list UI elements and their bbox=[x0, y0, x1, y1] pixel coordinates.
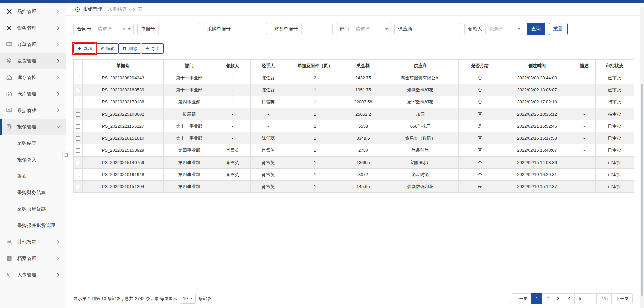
toolbar: 新增编辑删除导出 bbox=[73, 43, 644, 54]
toolbar-button-1[interactable]: 编辑 bbox=[96, 43, 119, 54]
filter-input-3[interactable] bbox=[304, 23, 330, 35]
sidebar-item-2[interactable]: 订单管理 bbox=[0, 36, 66, 53]
select-placeholder: 请选择 bbox=[488, 26, 516, 32]
clear-icon[interactable]: × bbox=[122, 27, 126, 32]
toolbar-button-label: 删除 bbox=[128, 46, 137, 52]
sidebar-item-3[interactable]: 发货管理 bbox=[0, 53, 66, 69]
sidebar-item-9[interactable]: 档案管理 bbox=[0, 250, 66, 267]
chevron-up-icon bbox=[190, 298, 193, 299]
sidebar-item-label: 其他报销 bbox=[17, 239, 36, 245]
table-cell: 否 bbox=[459, 157, 501, 169]
trash-icon bbox=[122, 46, 127, 51]
table-cell: - bbox=[573, 120, 596, 132]
table-cell: 已审批 bbox=[596, 157, 634, 169]
filter-select-6[interactable]: 请选择 bbox=[485, 23, 523, 35]
table-cell: 否 bbox=[459, 144, 501, 157]
sidebar-collapse-toggle[interactable] bbox=[62, 151, 70, 160]
sidebar-subitem-7-4[interactable]: 采购报销疑惑 bbox=[0, 201, 66, 217]
table-row[interactable]: PS_20220210161948第四事业部肖雪英肖雪英13072尚品时尚否20… bbox=[74, 169, 634, 181]
sidebar-item-5[interactable]: 仓库管理 bbox=[0, 86, 66, 102]
sidebar-item-0[interactable]: 品控管理 bbox=[0, 3, 66, 20]
filter-input-5[interactable] bbox=[419, 23, 458, 35]
row-checkbox[interactable] bbox=[76, 148, 80, 153]
gear-icon bbox=[6, 58, 12, 64]
table-cell: PS_20220210161948 bbox=[83, 169, 164, 181]
window-scrollbar[interactable] bbox=[640, 7, 644, 308]
row-checkbox[interactable] bbox=[76, 88, 80, 92]
column-header: 总金额 bbox=[344, 60, 382, 72]
page-size-value: 10 bbox=[183, 296, 188, 301]
page-button-3[interactable]: 3 bbox=[553, 293, 564, 304]
export-icon bbox=[145, 46, 149, 51]
warehouse-icon bbox=[6, 74, 12, 81]
search-button[interactable]: 查询 bbox=[527, 23, 545, 35]
breadcrumb-item-1[interactable]: 采购结算 bbox=[108, 6, 127, 12]
table-cell: - bbox=[573, 72, 596, 84]
select-all-checkbox[interactable] bbox=[76, 64, 80, 68]
table-cell: 145.65 bbox=[344, 181, 382, 193]
chevron-down-icon bbox=[518, 28, 520, 30]
sidebar-item-8[interactable]: 其他报销 bbox=[0, 234, 66, 250]
chevron-right-icon bbox=[56, 256, 60, 261]
filter-input-2[interactable] bbox=[237, 23, 264, 35]
table-cell: PS_20220302170138 bbox=[83, 96, 164, 108]
page-button-5[interactable]: 5 bbox=[574, 293, 585, 304]
filter-select-4[interactable]: 请选择 bbox=[353, 23, 391, 35]
sidebar-subitem-7-0[interactable]: 采购结算 bbox=[0, 135, 66, 151]
page-button-4[interactable]: 4 bbox=[564, 293, 575, 304]
table-cell: 2022/02/25 10:36:12 bbox=[501, 108, 573, 120]
table-cell: 2730 bbox=[344, 144, 382, 157]
page-button-1[interactable]: 1 bbox=[531, 293, 542, 304]
sidebar-item-7[interactable]: 报销管理 bbox=[0, 119, 66, 135]
breadcrumb-item-0[interactable]: 报销管理 bbox=[83, 6, 102, 12]
chevron-right-icon bbox=[56, 75, 60, 80]
table-row[interactable]: PS_20220210151204第四事业部-肖雪英1145.65焕新数码印花是… bbox=[74, 181, 634, 193]
sidebar-subitem-7-5[interactable]: 采购报账退货管理 bbox=[0, 217, 66, 234]
table-cell: 2022/03/02 18:06:07 bbox=[501, 84, 573, 96]
sidebar-item-4[interactable]: 库存管控 bbox=[0, 69, 66, 86]
table-row[interactable]: PS_20220215153929第四事业部肖雪英肖雪英12730尚品时尚否20… bbox=[74, 144, 634, 157]
table-row[interactable]: PS_20220215140759第四事业部肖雪英肖雪英11366.5宝丽洗水厂… bbox=[74, 157, 634, 169]
toolbar-button-2[interactable]: 删除 bbox=[118, 43, 141, 54]
table-row[interactable]: PS_20220225103602拓展部--125652.2加园否2022/02… bbox=[74, 108, 634, 120]
sidebar-subitem-7-2[interactable]: 版布 bbox=[0, 168, 66, 184]
row-checkbox[interactable] bbox=[76, 112, 80, 117]
row-checkbox[interactable] bbox=[76, 161, 80, 165]
sidebar-subitem-7-1[interactable]: 报销录入 bbox=[0, 151, 66, 168]
filter-select-0[interactable]: 请选择× bbox=[95, 23, 133, 35]
records-summary: 显示第 1 到第 10 条记录，总共 2742 条记录 每页显示 10 条记录 bbox=[73, 294, 211, 304]
row-checkbox[interactable] bbox=[76, 173, 80, 177]
table-cell: 加园 bbox=[382, 108, 459, 120]
row-checkbox[interactable] bbox=[76, 185, 80, 189]
column-header: 审批状态 bbox=[596, 60, 634, 72]
page-size-select[interactable]: 10 bbox=[180, 294, 196, 304]
sidebar-subitem-7-3[interactable]: 采购财务结算 bbox=[0, 184, 66, 201]
filter-input-1[interactable] bbox=[161, 23, 197, 35]
row-checkbox[interactable] bbox=[76, 100, 80, 104]
table-row[interactable]: PS_20220221155227第十一事业部--25558666印花厂是202… bbox=[74, 120, 634, 132]
table-cell: 第四事业部 bbox=[164, 181, 215, 193]
scrollbar-thumb[interactable] bbox=[641, 84, 643, 296]
table-cell: 第十一事业部 bbox=[164, 132, 215, 144]
sidebar-item-label: 报销管理 bbox=[17, 124, 36, 130]
row-checkbox[interactable] bbox=[76, 136, 80, 141]
table-row[interactable]: PS_20220216151610第十一事业部-陈任蕊13348.5鑫昌泰（数码… bbox=[74, 132, 634, 144]
sidebar-item-10[interactable]: 人事管理 bbox=[0, 267, 66, 283]
row-checkbox[interactable] bbox=[76, 76, 80, 80]
toolbar-button-3[interactable]: 导出 bbox=[141, 43, 164, 54]
tools-icon bbox=[6, 8, 12, 15]
sidebar-item-6[interactable]: 数据看板 bbox=[0, 102, 66, 119]
prev-page-button[interactable]: 上一页 bbox=[511, 293, 532, 304]
page-button-275[interactable]: 275 bbox=[596, 293, 612, 304]
table-row[interactable]: PS_20220308204243第十一事业部-陈任蕊22432.75淘金莎服装… bbox=[74, 72, 634, 84]
table-row[interactable]: PS_20220302180539第十一事业部-陈任蕊11951.75焕新数码印… bbox=[74, 84, 634, 96]
breadcrumb-item-2[interactable]: 列表 bbox=[133, 6, 142, 12]
table-cell: 1 bbox=[286, 157, 344, 169]
page-button-2[interactable]: 2 bbox=[542, 293, 553, 304]
toolbar-button-0[interactable]: 新增 bbox=[73, 43, 96, 54]
sidebar-item-1[interactable]: 设备管理 bbox=[0, 20, 66, 36]
row-checkbox[interactable] bbox=[76, 124, 80, 129]
next-page-button[interactable]: 下一页 bbox=[611, 293, 633, 304]
table-row[interactable]: PS_20220302170138第四事业部-肖雪英122007.58宏华数码印… bbox=[74, 96, 634, 108]
reset-button[interactable]: 重置 bbox=[549, 23, 568, 35]
